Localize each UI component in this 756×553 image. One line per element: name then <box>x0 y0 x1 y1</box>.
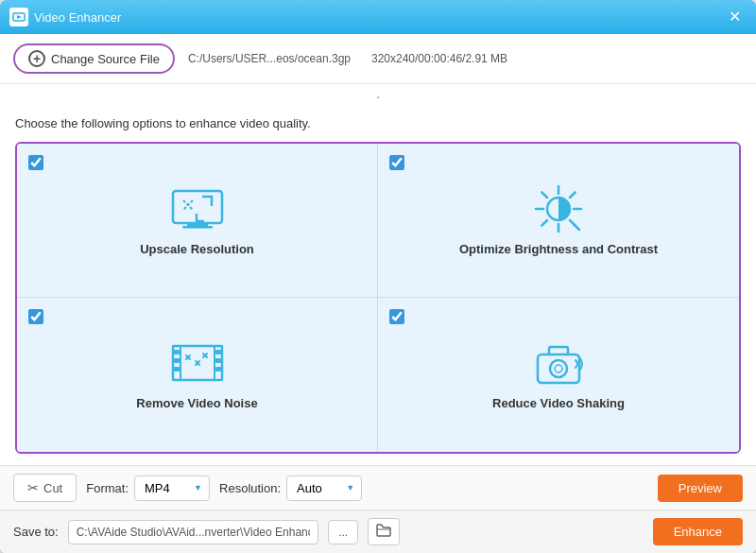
close-button[interactable]: ✕ <box>723 8 747 26</box>
svg-rect-3 <box>187 223 208 226</box>
upscale-icon <box>169 185 226 233</box>
window-title: Video Enhancer <box>34 10 723 25</box>
preview-button[interactable]: Preview <box>658 475 743 502</box>
scissors-icon: ✂ <box>27 480 39 495</box>
shaking-icon <box>530 339 587 387</box>
options-grid: Upscale Resolution <box>15 142 741 454</box>
svg-line-15 <box>541 220 547 226</box>
svg-line-12 <box>541 192 547 198</box>
save-label: Save to: <box>13 525 59 539</box>
noise-checkbox[interactable] <box>28 309 43 324</box>
svg-rect-22 <box>174 367 180 372</box>
subtitle-dot: · <box>0 84 756 105</box>
app-icon <box>9 8 28 26</box>
browse-button[interactable]: ... <box>328 520 358 544</box>
instructions-text: Choose the following options to enhance … <box>15 116 741 130</box>
video-enhancer-window: Video Enhancer ✕ + Change Source File C:… <box>0 0 756 553</box>
brightness-label: Optimize Brightness and Contrast <box>459 242 658 256</box>
svg-rect-21 <box>174 358 180 363</box>
file-path: C:/Users/USER...eos/ocean.3gp <box>188 52 351 65</box>
svg-rect-20 <box>174 350 180 354</box>
resolution-select-wrapper: Auto 1080p 720p 480p 360p <box>286 475 362 501</box>
option-noise: Remove Video Noise <box>17 298 378 452</box>
bottom-toolbar: ✂ Cut Format: MP4 MKV AVI MOV WMV Resolu… <box>0 465 756 510</box>
change-source-label: Change Source File <box>51 52 160 66</box>
resolution-label: Resolution: <box>219 481 281 495</box>
svg-marker-1 <box>17 15 22 19</box>
format-select-wrapper: MP4 MKV AVI MOV WMV <box>134 475 210 501</box>
file-info: 320x240/00:00:46/2.91 MB <box>371 52 507 65</box>
svg-rect-4 <box>182 226 213 229</box>
format-group: Format: MP4 MKV AVI MOV WMV <box>86 475 210 501</box>
save-bar: Save to: ... Enhance <box>0 510 756 553</box>
shaking-label: Reduce Video Shaking <box>492 396 625 410</box>
format-select[interactable]: MP4 MKV AVI MOV WMV <box>134 475 210 501</box>
brightness-checkbox[interactable] <box>389 155 404 170</box>
cut-button[interactable]: ✂ Cut <box>13 474 77 502</box>
brightness-icon <box>530 185 587 233</box>
option-brightness: Optimize Brightness and Contrast <box>378 144 739 298</box>
svg-point-34 <box>555 365 562 372</box>
folder-icon <box>376 524 391 537</box>
svg-rect-25 <box>215 367 221 372</box>
svg-rect-24 <box>215 358 221 363</box>
option-shaking: Reduce Video Shaking <box>378 298 739 452</box>
resolution-select[interactable]: Auto 1080p 720p 480p 360p <box>286 475 362 501</box>
svg-rect-23 <box>215 350 221 354</box>
enhance-button[interactable]: Enhance <box>653 518 743 545</box>
svg-line-14 <box>570 192 576 198</box>
option-upscale: Upscale Resolution <box>17 144 378 298</box>
cut-label: Cut <box>43 481 62 495</box>
svg-line-16 <box>574 224 579 230</box>
open-folder-button[interactable] <box>368 518 400 545</box>
titlebar: Video Enhancer ✕ <box>0 0 756 34</box>
format-label: Format: <box>86 481 129 495</box>
noise-icon <box>169 339 226 387</box>
main-content: Choose the following options to enhance … <box>0 105 756 465</box>
source-bar: + Change Source File C:/Users/USER...eos… <box>0 34 756 84</box>
change-source-button[interactable]: + Change Source File <box>13 43 175 74</box>
save-path-input[interactable] <box>68 520 318 544</box>
shaking-checkbox[interactable] <box>389 309 404 324</box>
noise-label: Remove Video Noise <box>136 396 257 410</box>
plus-icon: + <box>28 50 45 67</box>
upscale-label: Upscale Resolution <box>140 242 254 256</box>
svg-rect-32 <box>538 354 579 383</box>
svg-point-33 <box>550 360 567 377</box>
resolution-group: Resolution: Auto 1080p 720p 480p 360p <box>219 475 362 501</box>
upscale-checkbox[interactable] <box>28 155 43 170</box>
